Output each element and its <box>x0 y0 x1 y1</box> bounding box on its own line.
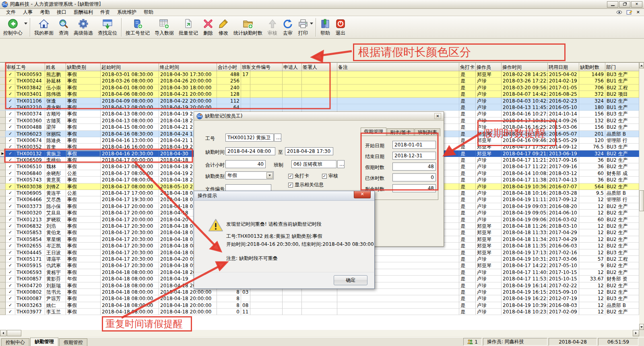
checkbox-显示相关信息[interactable]: ✓显示相关信息 <box>288 181 324 188</box>
vertical-scrollbar[interactable] <box>639 62 644 330</box>
row-selector[interactable] <box>0 243 6 249</box>
dropdown-arrow-icon[interactable] <box>266 172 273 179</box>
row-selector[interactable] <box>0 183 6 190</box>
scroll-down-button[interactable] <box>639 324 644 330</box>
column-header[interactable]: 申请人 <box>283 63 302 71</box>
row-selector[interactable] <box>0 144 6 150</box>
time-from-field[interactable]: 2018-04-24 08:00 <box>225 147 275 155</box>
toolbar-delete-button[interactable]: 删除 <box>200 16 216 37</box>
menu-item[interactable]: 考勤 <box>36 9 53 16</box>
table-row[interactable]: ✓THX03401陈伟德事假2018-04-06 08:00:002018-04… <box>0 91 639 97</box>
restore-button[interactable] <box>619 1 630 8</box>
row-selector[interactable] <box>0 91 6 97</box>
empid-browse-button[interactable]: … <box>274 134 281 142</box>
vertical-scroll-thumb[interactable] <box>639 190 644 211</box>
row-selector[interactable] <box>0 309 6 315</box>
toolbar-unaudit-button[interactable]: 去审 <box>280 16 295 37</box>
scroll-left-button[interactable] <box>0 330 6 336</box>
row-selector[interactable] <box>0 104 6 111</box>
column-header[interactable]: 姓名 <box>45 63 66 71</box>
row-selector[interactable] <box>0 262 6 269</box>
column-header[interactable]: 聘用日期 <box>548 63 579 71</box>
close-button[interactable]: ✕ <box>631 1 642 8</box>
menu-item[interactable]: 薪酬福利 <box>70 9 97 16</box>
minimize-button[interactable] <box>607 1 618 8</box>
table-row[interactable]: ✓THX01106张逢事假2018-04-09 08:00:002018-04-… <box>0 98 639 104</box>
checkbox-审核[interactable]: ✓审核 <box>322 173 338 179</box>
menu-item[interactable]: 人事 <box>19 9 36 16</box>
column-header[interactable]: 终止时间 <box>159 63 217 71</box>
empid-field[interactable]: THX00132) 黄振卫 <box>225 134 274 142</box>
table-row[interactable]: ✓THX03263姚仁事假2018-04-18 08:00:002018-04-… <box>0 302 639 309</box>
table-row[interactable]: ✓THX00244孙延林事假2018-03-26 08:00:002018-04… <box>0 78 639 84</box>
menu-item[interactable]: 系统维护 <box>114 9 140 16</box>
holiday-end-field[interactable]: 2018-12-31 <box>392 152 436 160</box>
table-row[interactable]: ✓THX03977李玉兰事假2018-04-18 08:00:002018-04… <box>0 309 639 315</box>
column-header[interactable]: 合计小时 <box>217 63 241 71</box>
row-selector[interactable] <box>0 256 6 262</box>
toolbar-register-by-id-button[interactable]: 按工号登记 <box>123 16 152 37</box>
row-selector[interactable] <box>0 289 6 295</box>
row-selector[interactable] <box>0 71 6 78</box>
row-selector[interactable] <box>0 236 6 243</box>
menu-item[interactable]: 接口 <box>53 9 70 16</box>
horizontal-scroll-thumb[interactable] <box>7 330 21 336</box>
row-selector[interactable] <box>0 124 6 130</box>
ok-button[interactable]: 确定 <box>334 275 367 285</box>
column-header[interactable]: 签署人 <box>302 63 337 71</box>
row-selector[interactable] <box>0 196 6 203</box>
toolbar-find-locate-button[interactable]: 查找定位 <box>95 16 120 37</box>
menu-item[interactable]: 帮助 <box>140 9 157 16</box>
table-row[interactable]: ✓THX00593熊志鹏事假2018-03-01 08:30:002018-04… <box>0 71 639 78</box>
toolbar-batch-register-button[interactable]: 批量登记 <box>176 16 200 37</box>
column-header[interactable]: 操作员 <box>476 63 502 71</box>
row-selector[interactable]: ▶ <box>0 150 6 157</box>
column-header[interactable]: 免打卡 <box>459 63 476 71</box>
close-view-icon[interactable]: ✕ <box>636 10 640 15</box>
row-selector[interactable] <box>0 302 6 309</box>
shift-field[interactable]: 06) 压铸夜班 <box>291 160 336 168</box>
row-selector[interactable] <box>0 223 6 229</box>
row-selector[interactable] <box>0 177 6 183</box>
row-selector[interactable] <box>0 163 6 170</box>
toolbar-stat-hours-button[interactable]: 统计缺勤时数 <box>231 16 265 37</box>
eye-icon[interactable] <box>616 10 622 15</box>
table-row[interactable]: ✓THX02210龚永刚事假2018-04-12 08:00:002018-04… <box>0 104 639 111</box>
alert-close-button[interactable]: ✕ <box>354 191 371 198</box>
toolbar-my-interface-button[interactable]: 我的界面 <box>32 16 56 37</box>
row-selector[interactable] <box>0 282 6 289</box>
row-selector[interactable] <box>0 269 6 276</box>
column-header[interactable]: 起始时间 <box>101 63 159 71</box>
time-to-field[interactable]: 2018-04-28 17:30 <box>285 147 333 155</box>
toolbar-help-button[interactable]: 帮助 <box>318 16 333 37</box>
column-header[interactable]: 班制 <box>241 63 250 71</box>
bottom-tab-控制中心[interactable]: 控制中心 <box>1 338 29 346</box>
row-selector[interactable] <box>0 170 6 177</box>
row-selector[interactable] <box>0 203 6 210</box>
column-header[interactable]: 操作时间 <box>502 63 548 71</box>
toolbar-advanced-filter-button[interactable]: 高级筛选 <box>71 16 95 37</box>
holiday-remain-field[interactable]: 48 <box>392 184 436 192</box>
row-selector[interactable] <box>0 216 6 223</box>
table-row[interactable]: ✓THX00802范书元事假2018-04-18 08:00:002018-04… <box>0 289 639 295</box>
row-selector[interactable] <box>0 98 6 104</box>
table-row[interactable]: ✓THX00087尹琼芳事假2018-04-18 08:00:002018-04… <box>0 295 639 302</box>
row-selector[interactable] <box>0 249 6 256</box>
hours-field[interactable]: 40 <box>225 160 266 168</box>
holiday-used-field[interactable]: 0 <box>392 173 436 181</box>
menu-item[interactable]: 件资 <box>97 9 114 16</box>
holiday-quota-field[interactable]: 48 <box>392 163 436 171</box>
column-header[interactable]: 部门 <box>605 63 639 71</box>
row-selector[interactable] <box>0 84 6 91</box>
row-selector[interactable] <box>0 190 6 196</box>
row-selector[interactable] <box>0 276 6 282</box>
dropdown-caret-icon[interactable] <box>24 23 27 25</box>
column-header[interactable]: 文件编号 <box>250 63 283 71</box>
column-header[interactable]: 工号 <box>15 63 45 71</box>
table-row[interactable]: ✓THX03842伍小崇事假2018-04-01 08:00:002018-04… <box>0 84 639 91</box>
toolbar-query-button[interactable]: 查询 <box>56 16 71 37</box>
toolbar-import-data-button[interactable]: 导入数据 <box>152 16 176 37</box>
row-selector[interactable] <box>0 117 6 124</box>
menu-item[interactable]: 文件 <box>2 9 19 16</box>
shift-browse-button[interactable]: … <box>337 160 345 168</box>
